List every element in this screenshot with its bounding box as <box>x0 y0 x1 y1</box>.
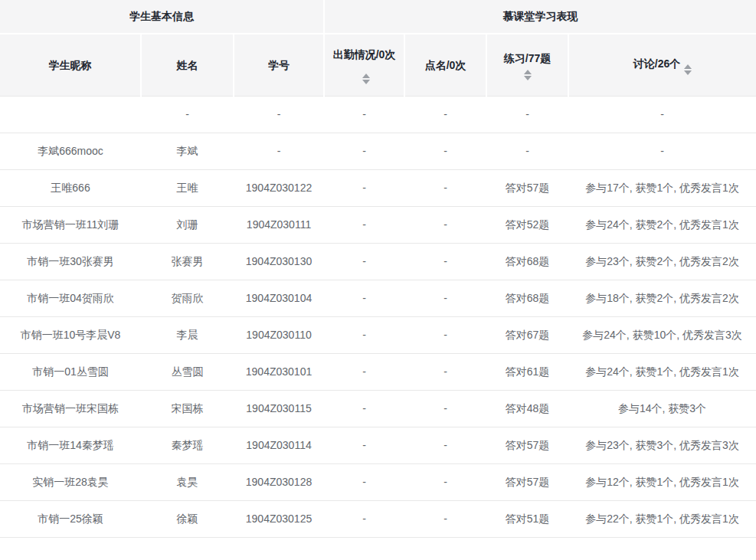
caret-down-icon <box>524 76 532 80</box>
column-header-discussion-sort[interactable]: 讨论/26个 <box>568 34 756 96</box>
cell-text: 1904Z030128 <box>246 476 312 488</box>
column-header-label: 讨论/26个 <box>633 57 680 70</box>
cell-nickname: 李斌666mooc <box>0 133 141 169</box>
cell-text: - <box>443 255 447 267</box>
cell-student-id: 1904Z030128 <box>234 463 324 500</box>
cell-text: 参与18个, 获赞2个, 优秀发言2次 <box>585 292 739 304</box>
cell-exercise: 答对57题 <box>486 463 568 500</box>
cell-attendance: - <box>324 353 404 390</box>
cell-name: 贺雨欣 <box>141 280 234 316</box>
column-header-label: 学生昵称 <box>49 59 92 71</box>
table-row: 市销一班30张赛男 张赛男 1904Z030130 - - 答对68题 参与23… <box>0 243 756 280</box>
cell-text: - <box>443 439 447 451</box>
sort-caret-icon <box>362 74 370 84</box>
cell-nickname: 市销一班14秦梦瑶 <box>0 427 141 463</box>
cell-text: 李斌666mooc <box>38 145 103 157</box>
cell-text: - <box>443 329 447 341</box>
student-grade-page: 学生基本信息 慕课堂学习表现 学生昵称 姓名 学号 出勤情况/0次 点名/0次 <box>0 0 756 560</box>
cell-exercise: 答对48题 <box>486 390 568 427</box>
cell-attendance: - <box>324 390 404 427</box>
cell-text: 答对57题 <box>506 476 550 488</box>
cell-text: 宋国栋 <box>172 402 204 414</box>
header-group-row: 学生基本信息 慕课堂学习表现 <box>0 0 756 34</box>
cell-attendance: - <box>324 316 404 353</box>
cell-name: 刘珊 <box>141 206 234 243</box>
cell-discussion: 参与22个, 获赞1个, 优秀发言1次 <box>568 500 756 537</box>
table-row: 市场营销一班宋国栋 宋国栋 1904Z030115 - - 答对48题 参与14… <box>0 390 756 427</box>
cell-text: 袁昊 <box>177 476 198 488</box>
cell-text: 1904Z030101 <box>246 365 312 378</box>
cell-text: 市销一班04贺雨欣 <box>27 292 114 304</box>
cell-exercise: 答对57题 <box>486 169 568 206</box>
cell-text: - <box>443 402 447 414</box>
cell-name: 丛雪圆 <box>141 353 234 390</box>
caret-down-icon <box>684 70 692 75</box>
cell-text: 答对48题 <box>506 402 550 414</box>
cell-text: 答对52题 <box>506 218 550 231</box>
cell-text: - <box>443 108 447 120</box>
cell-exercise: 答对52题 <box>486 206 568 243</box>
cell-attendance: - <box>324 500 404 537</box>
cell-roll-call: - <box>404 427 486 463</box>
cell-text: - <box>525 145 529 157</box>
cell-discussion: 参与23个, 获赞2个, 优秀发言2次 <box>568 243 756 280</box>
cell-name: 宋国栋 <box>141 390 234 427</box>
cell-discussion: - <box>568 96 756 133</box>
cell-exercise: - <box>486 96 568 133</box>
sort-caret-icon <box>524 70 532 80</box>
cell-attendance: - <box>324 133 404 169</box>
cell-roll-call: - <box>404 353 486 390</box>
cell-text: - <box>185 108 189 120</box>
cell-attendance: - <box>324 463 404 500</box>
cell-text: 1904Z030111 <box>247 218 311 231</box>
cell-text: 参与17个, 获赞1个, 优秀发言1次 <box>585 182 739 194</box>
cell-nickname: 王唯666 <box>0 169 141 206</box>
cell-roll-call: - <box>404 500 486 537</box>
column-header-attendance-sort[interactable]: 出勤情况/0次 <box>324 34 404 96</box>
cell-text: - <box>443 218 447 231</box>
cell-text: 参与22个, 获赞1个, 优秀发言1次 <box>585 513 739 525</box>
cell-roll-call: - <box>404 316 486 353</box>
column-header-label: 姓名 <box>177 59 198 71</box>
cell-text: 参与24个, 获赞10个, 优秀发言3次 <box>582 329 742 341</box>
cell-roll-call: - <box>404 96 486 133</box>
cell-text: - <box>277 145 281 157</box>
header-group-mooc-performance: 慕课堂学习表现 <box>324 0 756 34</box>
table-row: 市销一班04贺雨欣 贺雨欣 1904Z030104 - - 答对68题 参与18… <box>0 280 756 316</box>
cell-text: 答对68题 <box>506 292 550 304</box>
cell-student-id: 1904Z030114 <box>234 427 324 463</box>
table-row: 实销一班28袁昊 袁昊 1904Z030128 - - 答对57题 参与12个,… <box>0 463 756 500</box>
cell-exercise: 答对67题 <box>486 316 568 353</box>
cell-roll-call: - <box>404 463 486 500</box>
cell-text: 秦梦瑶 <box>172 439 204 451</box>
cell-name: - <box>141 96 234 133</box>
cell-text: 市销一班10号李晨V8 <box>21 329 121 341</box>
cell-exercise: 答对51题 <box>486 500 568 537</box>
table-body: - - - - - - 李斌666mooc 李斌 - - - - - 王唯666… <box>0 96 756 537</box>
cell-student-id: - <box>234 96 324 133</box>
cell-name: 李晨 <box>141 316 234 353</box>
cell-text: - <box>443 182 447 194</box>
cell-text: 李晨 <box>177 329 198 341</box>
column-header-name: 姓名 <box>141 34 234 96</box>
cell-roll-call: - <box>404 169 486 206</box>
cell-text: 丛雪圆 <box>172 365 204 378</box>
cell-text: - <box>277 108 281 120</box>
cell-name: 张赛男 <box>141 243 234 280</box>
cell-text: - <box>443 365 447 378</box>
cell-roll-call: - <box>404 243 486 280</box>
header-columns-row: 学生昵称 姓名 学号 出勤情况/0次 点名/0次 练习/77题 <box>0 34 756 96</box>
table-row: 市销一班10号李晨V8 李晨 1904Z030110 - - 答对67题 参与2… <box>0 316 756 353</box>
cell-text: 徐颖 <box>177 513 198 525</box>
cell-discussion: 参与24个, 获赞10个, 优秀发言3次 <box>568 316 756 353</box>
cell-student-id: 1904Z030130 <box>234 243 324 280</box>
cell-exercise: 答对61题 <box>486 353 568 390</box>
cell-student-id: - <box>234 133 324 169</box>
cell-text: 1904Z030122 <box>246 182 312 194</box>
column-header-exercise-sort[interactable]: 练习/77题 <box>486 34 568 96</box>
cell-text: 参与14个, 获赞3个 <box>618 402 706 414</box>
cell-text: - <box>362 255 366 267</box>
cell-text: 市销一01丛雪圆 <box>32 365 109 378</box>
cell-nickname: 市销一25徐颖 <box>0 500 141 537</box>
cell-text: 1904Z030104 <box>246 292 312 304</box>
